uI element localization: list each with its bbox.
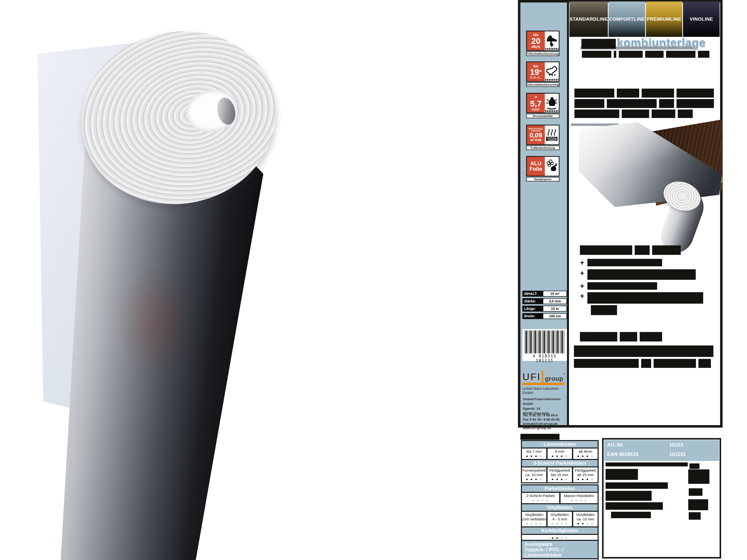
rating-dots: ● ● ● ○ <box>573 454 598 458</box>
spec-row: Stärke:3,0 mm <box>522 298 567 304</box>
redacted-bullet-text <box>587 259 662 266</box>
tab-premiumline[interactable]: PREMIUMLINE <box>646 1 682 37</box>
foil-roll-photo <box>0 0 498 560</box>
badge-prefix: ALU <box>530 161 541 166</box>
rating-dots: ● ● ○ ○ <box>522 536 598 540</box>
spec-value: 15 m <box>543 305 567 312</box>
rating-dots: ● ● ● ○ <box>547 454 572 458</box>
badge-prefix: > <box>535 95 537 99</box>
section-title: Parkettböden <box>522 485 598 492</box>
bullet-item: + <box>580 259 662 266</box>
section-title: Vinylböden <box>522 504 598 511</box>
section-title: 3-Schicht Parkettböden <box>522 460 598 466</box>
redacted-order-text <box>690 463 699 469</box>
company-contact: Tel. 0 92 35 / 9 68 05-0 Fax 0 92 35 / 9… <box>523 413 560 430</box>
logo-subline: united foam industries GmbH <box>522 386 567 395</box>
section-auslegware: AuslegwareTeppich- / PVC- / Linoleumböde… <box>521 540 599 560</box>
redacted-paragraph-line <box>574 88 714 98</box>
badge-druckstabilitaet: > 5,7 to/m² Druckstabilität <box>526 93 560 118</box>
badge-value: 5,7 <box>530 100 542 108</box>
badge-value: 20 <box>531 37 541 45</box>
badge-fussbodenheizung: Wärmedurchlass- widerstand 0,09 m² K/W F… <box>526 125 560 150</box>
redacted-list-header <box>580 245 681 255</box>
badge-value: 19% <box>530 68 542 76</box>
badge-unit: S...D...C... <box>530 76 542 79</box>
badge-caption: Druckstabilität <box>526 114 560 118</box>
redacted-section-tag <box>520 434 560 440</box>
badge-trittschall: bis 20 dB(A) Trittschallverbesserung <box>526 31 560 56</box>
spec-row: Länge:15 m <box>522 305 567 312</box>
datasheet-flyer: bis 20 dB(A) Trittschallverbesserung bis <box>518 0 723 428</box>
badge-unit: to/m² <box>532 108 540 111</box>
spec-table: INHALT:15 m² Stärke:3,0 mm Länge:15 m Br… <box>522 291 567 321</box>
badge-caption: Fußbodenheizung <box>526 145 560 150</box>
walking-foot-icon <box>545 62 559 81</box>
redacted-order-text <box>606 482 668 489</box>
tab-vinoline[interactable]: VINOLINE <box>683 1 720 37</box>
redacted-order-text <box>611 512 651 518</box>
tab-comfortline[interactable]: COMFORTLINE <box>609 1 645 37</box>
redacted-order-text <box>689 512 701 520</box>
flyer-content: STANDARDLINE COMFORTLINE PREMIUMLINE VIN… <box>569 2 720 425</box>
floor-type-cell: ab 8mm● ● ● ○ <box>573 449 598 459</box>
redacted-order-text <box>688 470 710 484</box>
spec-value: 15 m² <box>543 291 567 297</box>
barcode-digits: 4 018515 101231 <box>522 354 567 363</box>
rating-dots: ○ ○ ○ ○ <box>522 522 546 526</box>
redacted-paragraph-line <box>574 99 714 108</box>
floor-type-cell: bis 7 mm● ● ● ○ <box>522 449 546 459</box>
floor-type-cell: Fertigparkettab 15 mm● ● ● ○ <box>573 468 598 482</box>
mini-roll-core <box>675 190 689 202</box>
redacted-order-text <box>606 491 652 501</box>
badge-caption: Trittschallverbesserung <box>526 52 560 56</box>
weight-impact-icon <box>545 94 559 112</box>
badge-value: Folie <box>530 166 542 172</box>
spec-value: 3,0 mm <box>543 298 567 304</box>
floor-type-cell: 8 mm● ● ● ○ <box>547 449 572 459</box>
badge-gehschall: bis 19% S...D...C... Gehschallverbesseru… <box>526 61 560 87</box>
redacted-paragraph-block <box>574 345 713 357</box>
floor-type-cell: Vinylböden4 - 5 mm○ ○ ○ ○ <box>547 512 572 527</box>
spec-value: 100 cm <box>543 313 567 319</box>
address-line: United-Foam-Industries GmbH <box>523 397 567 406</box>
bullet-item: + <box>580 269 696 280</box>
rating-dots: ● ● ● ○ <box>522 477 546 481</box>
redacted-paragraph-line <box>574 109 693 118</box>
tab-standardline[interactable]: STANDARDLINE <box>569 1 608 37</box>
redacted-subheader <box>580 332 662 342</box>
spec-label: Breite: <box>522 313 543 319</box>
plus-bullet: + <box>580 269 585 277</box>
contact-line[interactable]: www.ufi-group.de <box>523 426 560 430</box>
redacted-order-text <box>689 488 702 496</box>
redacted-order-text <box>688 499 708 510</box>
logo-underline <box>522 383 564 385</box>
redacted-order-text <box>606 469 638 480</box>
badge-caption: Dampfsperre <box>526 177 560 182</box>
redacted-order-text <box>606 502 663 510</box>
rating-dots: ● ● ● ○ <box>547 477 572 481</box>
rating-dots: ● ● ○ ○ <box>573 522 598 526</box>
badge-dampfsperre: ALU Folie Dampfsperre <box>526 156 560 182</box>
logo-ufi-text: UFI <box>522 372 541 382</box>
order-info-table: Art.-Nr. 10123 EAN 4018515 101231 <box>602 438 721 559</box>
redacted-bullet-text <box>587 292 703 304</box>
logo-group-text: group <box>545 375 563 382</box>
underfloor-heating-icon <box>545 126 559 144</box>
order-header: Art.-Nr. 10123 EAN 4018515 101231 <box>604 440 719 461</box>
barcode-bars <box>525 330 565 353</box>
spec-label: Stärke: <box>522 298 543 304</box>
page-title: kombiunterlage <box>617 36 706 49</box>
plus-bullet: + <box>580 282 585 290</box>
redacted-paragraph-line <box>574 359 711 368</box>
floor-type-cell: Furnierparkettca. 10 mm● ● ● ○ <box>522 468 546 482</box>
floor-type-cell: 2-Schicht Parkett○ ○ ○ ○ <box>522 493 559 503</box>
section-3schicht-parkett: 3-Schicht Parkettböden Furnierparkettca.… <box>521 459 599 483</box>
floor-type-cell: Massiv-Holzdielen○ ○ ○ ○ <box>561 493 598 503</box>
logo-orange-bar <box>542 370 543 383</box>
steam-kettle-icon <box>545 157 559 176</box>
contact-line[interactable]: kontakt@ufi-group.de <box>523 422 560 426</box>
flyer-sidebar: bis 20 dB(A) Trittschallverbesserung bis <box>520 2 569 425</box>
section-title: Korkfertigböden <box>522 527 598 534</box>
redacted-brand-name <box>582 39 616 49</box>
company-address: United-Foam-Industries GmbH Egerstr. 14 … <box>523 397 567 416</box>
